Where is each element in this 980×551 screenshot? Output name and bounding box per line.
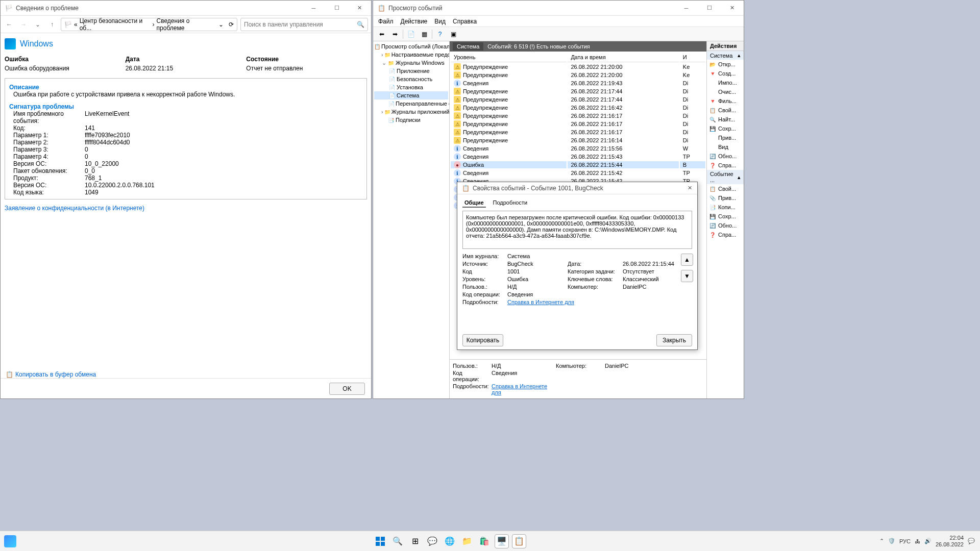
menu-item[interactable]: Действие <box>401 18 428 25</box>
copy-button[interactable]: Копировать <box>462 334 503 346</box>
notifications-icon[interactable]: 💬 <box>968 538 975 544</box>
taskview-icon[interactable]: ⊞ <box>408 534 422 548</box>
tree-application[interactable]: 📄Приложение <box>374 67 448 75</box>
up-button[interactable]: ↑ <box>46 19 58 30</box>
event-row[interactable]: ⚠Предупреждение26.08.2022 21:17:44Di <box>451 96 705 103</box>
action-item[interactable]: 💾Сохр... <box>707 212 744 221</box>
security-icon[interactable]: 🛡️ <box>888 538 895 544</box>
tree-root[interactable]: 📋Просмотр событий (Локальны <box>374 42 448 51</box>
maximize-button[interactable]: ☐ <box>698 1 721 16</box>
help-link[interactable]: Справка в Интернете для <box>507 299 692 305</box>
privacy-link[interactable]: Заявление о конфиденциальности (в Интерн… <box>5 205 144 212</box>
actions-group-event[interactable]: Событие ...▴ <box>707 170 744 184</box>
chrome-icon[interactable]: 🌐 <box>443 534 457 548</box>
volume-icon[interactable]: 🔊 <box>924 538 932 544</box>
search-icon[interactable]: 🔍 <box>390 534 405 548</box>
action-item[interactable]: Импо... <box>707 78 744 87</box>
back-icon[interactable]: ⬅ <box>376 29 387 40</box>
minimize-button[interactable]: ─ <box>675 1 698 16</box>
event-row[interactable]: ⚠Предупреждение26.08.2022 21:16:14Di <box>451 137 705 144</box>
store-icon[interactable]: 🛍️ <box>477 534 492 548</box>
action-item[interactable]: 🔍Найт... <box>707 115 744 124</box>
event-message[interactable]: Компьютер был перезагружен после критиче… <box>462 211 692 249</box>
action-item[interactable]: 💾Сохр... <box>707 124 744 133</box>
clock[interactable]: 22:04 26.08.2022 <box>936 535 964 547</box>
col-datetime[interactable]: Дата и время <box>568 53 678 62</box>
tray-chevron-icon[interactable]: ⌃ <box>879 538 884 544</box>
refresh-icon[interactable]: ⟳ <box>229 21 234 28</box>
action-item[interactable]: ❓Спра... <box>707 161 744 170</box>
menu-item[interactable]: Вид <box>434 18 446 25</box>
tree-forwarded[interactable]: 📄Перенаправленные соб <box>374 99 448 108</box>
next-event-button[interactable]: ▼ <box>681 270 693 282</box>
tab-details[interactable]: Подробности <box>491 198 530 208</box>
event-row[interactable]: ⚠Предупреждение26.08.2022 21:20:00Ke <box>451 63 705 70</box>
event-row[interactable]: ⚠Предупреждение26.08.2022 21:20:00Ke <box>451 71 705 79</box>
event-row[interactable]: ⚠Предупреждение26.08.2022 21:16:17Di <box>451 112 705 119</box>
action-item[interactable]: 📋Свой... <box>707 184 744 193</box>
action-item[interactable]: 🔄Обно... <box>707 221 744 230</box>
widgets-icon[interactable] <box>4 535 16 547</box>
action-item[interactable]: 📋Свой... <box>707 106 744 115</box>
tab-general[interactable]: Общие <box>462 198 486 208</box>
close-button[interactable]: ✕ <box>721 1 744 16</box>
help-icon[interactable]: ? <box>434 29 446 40</box>
event-titlebar[interactable]: 📋 Просмотр событий ─ ☐ ✕ <box>373 1 744 16</box>
close-dialog-button[interactable]: Закрыть <box>656 334 692 346</box>
prev-event-button[interactable]: ▲ <box>681 254 693 266</box>
copy-to-clipboard[interactable]: 📋 Копировать в буфер обмена <box>6 371 96 378</box>
event-row[interactable]: ⚠Предупреждение26.08.2022 21:17:44Di <box>451 88 705 95</box>
menu-item[interactable]: Файл <box>378 18 394 25</box>
pane-icon[interactable]: ▣ <box>448 29 459 40</box>
col-level[interactable]: Уровень <box>451 53 567 62</box>
event-row[interactable]: ℹСведения26.08.2022 21:15:56W <box>451 145 705 152</box>
action-item[interactable]: 🔻Созд... <box>707 69 744 78</box>
event-row[interactable]: ⚠Предупреждение26.08.2022 21:16:17Di <box>451 120 705 128</box>
language-indicator[interactable]: РУС <box>899 538 911 544</box>
event-row[interactable]: ⚠Предупреждение26.08.2022 21:16:17Di <box>451 129 705 136</box>
action-item[interactable]: ❓Спра... <box>707 230 744 239</box>
close-button[interactable]: ✕ <box>348 1 371 16</box>
action-item[interactable]: Очис... <box>707 87 744 96</box>
event-row[interactable]: ●Ошибка26.08.2022 21:15:44B <box>451 161 705 168</box>
network-icon[interactable]: 🖧 <box>915 538 920 544</box>
event-row[interactable]: ⚠Предупреждение26.08.2022 21:16:42Di <box>451 104 705 111</box>
tree-setup[interactable]: 📄Установка <box>374 83 448 91</box>
event-row[interactable]: ℹСведения26.08.2022 21:19:43Di <box>451 80 705 87</box>
action-item[interactable]: 📂Откр... <box>707 60 744 69</box>
col-source[interactable]: И <box>680 53 705 62</box>
tree-subscriptions[interactable]: 📑Подписки <box>374 116 448 124</box>
filter-icon[interactable]: ▦ <box>419 29 430 40</box>
event-row[interactable]: ℹСведения26.08.2022 21:15:43TP <box>451 153 705 160</box>
tree-security[interactable]: 📄Безопасность <box>374 75 448 83</box>
eventviewer-app-icon[interactable]: 📋 <box>512 534 526 548</box>
tree-system[interactable]: 📄Система <box>374 91 448 99</box>
breadcrumb-parent[interactable]: Центр безопасности и об... <box>80 17 151 32</box>
tree-custom-views[interactable]: ›📁Настраиваемые предста <box>374 51 448 59</box>
tree-app-services[interactable]: ›📁Журналы приложений и сл <box>374 108 448 116</box>
tree-windows-logs[interactable]: ⌄📁Журналы Windows <box>374 59 448 67</box>
dialog-titlebar[interactable]: 📋 Свойства событий - Событие 1001, BugCh… <box>457 182 697 194</box>
action-item[interactable]: 📑Копи... <box>707 203 744 212</box>
action-icon[interactable]: 📄 <box>405 29 416 40</box>
menu-item[interactable]: Справка <box>453 18 477 25</box>
chat-icon[interactable]: 💬 <box>425 534 439 548</box>
search-icon[interactable]: 🔍 <box>357 21 364 28</box>
forward-button[interactable]: → <box>18 19 29 30</box>
maximize-button[interactable]: ☐ <box>325 1 348 16</box>
recent-button[interactable]: ⌄ <box>32 19 43 30</box>
action-item[interactable]: 🔄Обно... <box>707 152 744 161</box>
event-row[interactable]: ℹСведения26.08.2022 21:15:42TP <box>451 169 705 177</box>
forward-icon[interactable]: ➡ <box>389 29 401 40</box>
breadcrumb[interactable]: 🏳️ « Центр безопасности и об... › Сведен… <box>61 18 237 31</box>
actions-group-system[interactable]: Система▴ <box>707 51 744 60</box>
search-box[interactable]: 🔍 <box>240 18 368 31</box>
start-button[interactable] <box>373 534 387 548</box>
ok-button[interactable]: OK <box>329 383 365 395</box>
problem-titlebar[interactable]: 🏳️ Сведения о проблеме ─ ☐ ✕ <box>1 1 371 16</box>
chevron-down-icon[interactable]: ⌄ <box>218 21 224 28</box>
minimize-button[interactable]: ─ <box>302 1 325 16</box>
action-item[interactable]: Вид <box>707 142 744 152</box>
explorer-icon[interactable]: 📁 <box>460 534 474 548</box>
action-item[interactable]: 🔻Филь... <box>707 96 744 106</box>
